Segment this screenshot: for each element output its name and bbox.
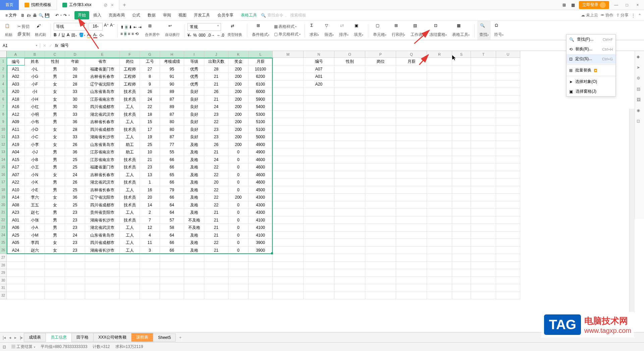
data-cell[interactable]: 山东省青岛市 xyxy=(85,88,120,96)
empty-cell[interactable] xyxy=(427,58,452,65)
data-cell[interactable]: 助工 xyxy=(120,141,140,149)
empty-cell[interactable] xyxy=(228,277,249,285)
row-header-24[interactable]: 24 xyxy=(0,232,7,239)
empty-cell[interactable] xyxy=(304,163,334,171)
header-cell[interactable]: 工号 xyxy=(140,58,160,65)
data-cell[interactable]: 200 xyxy=(228,88,249,96)
empty-cell[interactable] xyxy=(427,292,452,300)
empty-cell[interactable] xyxy=(396,141,427,149)
empty-cell[interactable] xyxy=(304,88,334,96)
row-header-9[interactable]: 9 xyxy=(0,118,7,126)
fill-color-icon[interactable]: 🪣▾ xyxy=(79,33,85,38)
empty-cell[interactable] xyxy=(365,277,396,285)
coop-button[interactable]: ⚮ 协作 xyxy=(601,12,613,18)
data-cell[interactable]: 20 xyxy=(204,179,228,186)
header-cell[interactable]: 年龄 xyxy=(65,58,85,65)
share-button[interactable]: ⇪ 分享 xyxy=(616,12,629,18)
empty-cell[interactable] xyxy=(273,133,304,141)
data-cell[interactable]: 技术员 xyxy=(120,126,140,134)
empty-cell[interactable] xyxy=(334,73,365,81)
data-cell[interactable]: 23 xyxy=(204,111,228,118)
empty-cell[interactable] xyxy=(396,284,427,292)
empty-cell[interactable] xyxy=(471,73,496,81)
sort-icon[interactable]: ↓↑ xyxy=(340,23,348,31)
data-cell[interactable]: 小李 xyxy=(25,141,45,149)
empty-cell[interactable] xyxy=(304,133,334,141)
data-cell[interactable]: 吉林省长春市 xyxy=(85,186,120,194)
data-cell[interactable]: 及格 xyxy=(184,239,204,247)
empty-cell[interactable] xyxy=(334,133,365,141)
empty-cell[interactable] xyxy=(452,179,471,186)
data-cell[interactable]: 男 xyxy=(45,111,65,118)
empty-cell[interactable] xyxy=(365,186,396,194)
empty-cell[interactable] xyxy=(334,96,365,103)
data-cell[interactable]: 4300 xyxy=(249,201,273,209)
empty-cell[interactable] xyxy=(396,201,427,209)
data-cell[interactable]: 25 xyxy=(140,141,160,149)
empty-cell[interactable] xyxy=(184,292,204,300)
align-right-icon[interactable]: ≡ xyxy=(128,32,130,36)
empty-cell[interactable] xyxy=(427,156,452,164)
data-cell[interactable]: 4500 xyxy=(249,186,273,194)
empty-cell[interactable] xyxy=(334,277,365,285)
data-cell[interactable]: 200 xyxy=(228,126,249,134)
data-cell[interactable]: 工人 xyxy=(120,171,140,179)
cell-icon[interactable]: ▢ xyxy=(376,23,384,31)
row-header-20[interactable]: 20 xyxy=(0,201,7,209)
data-cell[interactable]: 男 xyxy=(45,148,65,156)
empty-cell[interactable] xyxy=(304,232,334,239)
data-cell[interactable]: 吉林省长春市 xyxy=(85,118,120,126)
data-cell[interactable]: 22 xyxy=(204,171,228,179)
data-cell[interactable]: 及格 xyxy=(184,141,204,149)
empty-cell[interactable] xyxy=(304,224,334,232)
empty-cell[interactable] xyxy=(471,179,496,186)
data-cell[interactable]: 技术员 xyxy=(120,194,140,201)
data-cell[interactable]: 21 xyxy=(204,209,228,216)
row-header-1[interactable]: 1 xyxy=(0,58,7,65)
empty-cell[interactable] xyxy=(396,126,427,134)
data-cell[interactable]: 57 xyxy=(160,216,184,224)
empty-cell[interactable] xyxy=(496,163,520,171)
empty-cell[interactable] xyxy=(7,284,25,292)
data-cell[interactable]: 25 xyxy=(65,186,85,194)
align-bottom-icon[interactable]: ⬇ xyxy=(129,25,132,30)
empty-cell[interactable] xyxy=(334,171,365,179)
empty-cell[interactable] xyxy=(273,254,304,262)
data-cell[interactable]: 89 xyxy=(160,103,184,111)
data-cell[interactable]: 0 xyxy=(228,148,249,156)
menu-formula[interactable]: 公式 xyxy=(129,11,144,19)
data-cell[interactable]: 21 xyxy=(204,73,228,81)
data-cell[interactable]: 女 xyxy=(45,141,65,149)
empty-cell[interactable] xyxy=(427,194,452,201)
empty-cell[interactable] xyxy=(273,73,304,81)
empty-cell[interactable] xyxy=(471,141,496,149)
header-cell[interactable]: 出勤天数 xyxy=(204,58,228,65)
empty-cell[interactable] xyxy=(25,262,45,269)
percent-icon[interactable]: % xyxy=(193,33,197,38)
empty-cell[interactable] xyxy=(365,209,396,216)
data-cell[interactable]: 女 xyxy=(45,126,65,134)
cancel-formula-icon[interactable]: ✕ xyxy=(43,43,46,48)
empty-cell[interactable] xyxy=(452,224,471,232)
data-cell[interactable]: 0 xyxy=(228,224,249,232)
side-ai-icon[interactable]: ◆ xyxy=(637,54,643,60)
data-cell[interactable]: 4100 xyxy=(249,232,273,239)
data-cell[interactable]: 9 xyxy=(140,81,160,88)
data-cell[interactable]: 22 xyxy=(204,186,228,194)
empty-cell[interactable] xyxy=(249,254,273,262)
data-cell[interactable]: 23 xyxy=(204,133,228,141)
menu-data[interactable]: 数据 xyxy=(144,11,159,19)
data-cell[interactable]: 4900 xyxy=(249,141,273,149)
data-cell[interactable]: 不及格 xyxy=(184,224,204,232)
empty-cell[interactable] xyxy=(184,254,204,262)
header-cell[interactable]: 奖金 xyxy=(228,58,249,65)
empty-cell[interactable] xyxy=(365,111,396,118)
empty-cell[interactable] xyxy=(273,96,304,103)
empty-cell[interactable] xyxy=(396,224,427,232)
data-cell[interactable]: 55 xyxy=(160,148,184,156)
data-cell[interactable]: 87 xyxy=(160,133,184,141)
empty-cell[interactable] xyxy=(452,88,471,96)
data-cell[interactable]: 优秀 xyxy=(184,73,204,81)
empty-cell[interactable] xyxy=(365,103,396,111)
data-cell[interactable]: 25 xyxy=(65,201,85,209)
